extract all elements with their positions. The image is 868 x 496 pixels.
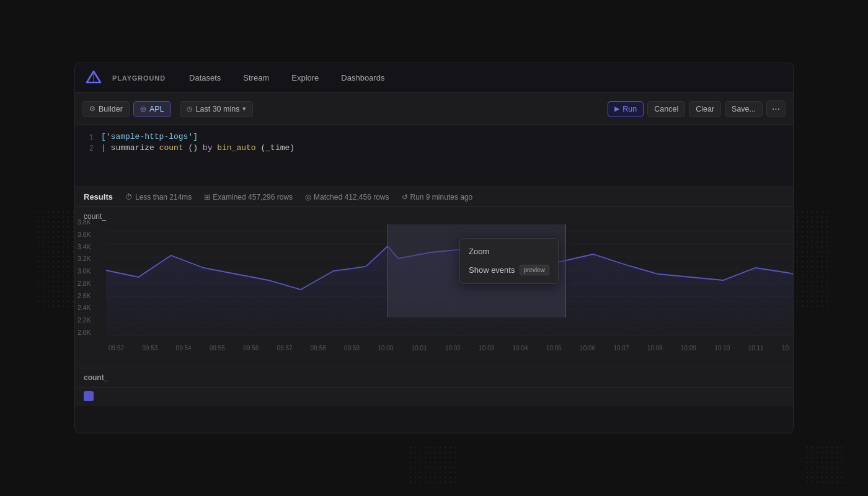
clear-button[interactable]: Clear: [689, 101, 721, 117]
y-label-9: 2.0K: [78, 329, 91, 336]
y-label-4: 3.0K: [78, 267, 91, 275]
zoom-menu-item[interactable]: Zoom: [460, 242, 558, 260]
y-label-2: 3.4K: [78, 243, 91, 250]
x-label-17: 10:09: [681, 345, 696, 352]
builder-icon: ⚙: [89, 105, 95, 113]
svg-rect-7: [806, 446, 843, 484]
apl-button[interactable]: ◎ APL: [133, 101, 171, 117]
chart-inner: 3.8K 3.6K 3.4K 3.2K 3.0K 2.8K 2.6K 2.4K …: [106, 212, 793, 355]
outer-background: PLAYGROUND Datasets Stream Explore Dashb…: [0, 0, 868, 496]
x-label-8: 10:00: [378, 345, 393, 352]
results-label: Results: [84, 192, 113, 202]
x-label-3: 09:55: [210, 345, 225, 352]
editor-line-2: 2 | summarize count () by bin_auto (_tim…: [75, 143, 793, 154]
table-data-row[interactable]: [75, 388, 793, 405]
line-number-2: 2: [75, 143, 94, 153]
x-label-13: 10:05: [546, 345, 562, 352]
save-button[interactable]: Save...: [725, 101, 763, 117]
y-label-1: 3.6K: [78, 231, 91, 238]
cancel-button[interactable]: Cancel: [647, 101, 685, 117]
run-button[interactable]: ▶ Run: [608, 101, 644, 117]
x-label-0: 09:52: [108, 345, 124, 352]
table-icon: ⊞: [204, 193, 210, 202]
table-header-row: count_: [75, 368, 793, 388]
chart-area: [106, 243, 793, 336]
x-label-19: 10:11: [748, 345, 764, 352]
x-axis-labels: 09:52 09:53 09:54 09:55 09:56 09:57 09:5…: [106, 345, 793, 352]
table-empty-area: [75, 405, 793, 433]
svg-rect-5: [409, 446, 459, 484]
check-icon: ◎: [305, 193, 311, 202]
y-label-6: 2.6K: [78, 292, 91, 299]
clock-icon: ◷: [187, 105, 193, 113]
results-examined-meta: ⊞ Examined 457,296 rows: [204, 193, 293, 202]
x-label-18: 10:10: [714, 345, 730, 352]
chart-line-svg: [106, 218, 793, 336]
axiom-logo[interactable]: [85, 69, 102, 87]
x-label-7: 09:59: [344, 345, 360, 352]
y-label-7: 2.4K: [78, 304, 91, 311]
x-label-16: 10:08: [647, 345, 663, 352]
x-label-5: 09:57: [277, 345, 292, 352]
x-label-20: 10:: [782, 345, 790, 352]
context-menu: Zoom Show events preview: [459, 238, 559, 284]
x-label-1: 09:53: [142, 345, 157, 352]
table-area: count_: [75, 368, 793, 433]
y-label-5: 2.8K: [78, 280, 91, 287]
nav-tab-stream[interactable]: Stream: [234, 69, 278, 86]
x-label-14: 10:06: [580, 345, 595, 352]
y-label-0: 3.8K: [78, 218, 91, 226]
playground-label: PLAYGROUND: [112, 74, 166, 82]
nav-tab-explore[interactable]: Explore: [283, 69, 327, 86]
show-events-menu-item[interactable]: Show events preview: [460, 260, 558, 280]
color-swatch: [84, 391, 94, 401]
dot-pattern-bottom-center: [409, 446, 459, 484]
editor-area[interactable]: 1 ['sample-http-logs'] 2 | summarize cou…: [75, 125, 793, 187]
main-container: PLAYGROUND Datasets Stream Explore Dashb…: [74, 63, 794, 433]
x-label-2: 09:54: [176, 345, 192, 352]
y-label-8: 2.2K: [78, 316, 91, 324]
chart-svg-wrapper: [106, 218, 793, 336]
table-col-count: count_: [84, 373, 108, 382]
x-label-4: 09:56: [243, 345, 259, 352]
x-label-12: 10:04: [513, 345, 528, 352]
x-label-11: 10:03: [479, 345, 494, 352]
line-number-1: 1: [75, 132, 94, 142]
preview-badge: preview: [520, 265, 549, 275]
x-label-9: 10:01: [412, 345, 427, 352]
line-content-2: | summarize count () by bin_auto (_time): [101, 143, 294, 153]
x-label-15: 10:07: [613, 345, 629, 352]
apl-icon: ◎: [140, 105, 146, 113]
nav-tab-dashboards[interactable]: Dashboards: [332, 69, 393, 86]
x-label-6: 09:58: [311, 345, 326, 352]
history-icon: ↺: [402, 193, 408, 202]
results-run-meta: ↺ Run 9 minutes ago: [402, 193, 473, 202]
nav-tab-datasets[interactable]: Datasets: [180, 69, 229, 86]
builder-button[interactable]: ⚙ Builder: [82, 101, 130, 117]
top-nav: PLAYGROUND Datasets Stream Explore Dashb…: [75, 63, 793, 93]
results-matched-meta: ◎ Matched 412,456 rows: [305, 193, 389, 202]
toolbar: ⚙ Builder ◎ APL ◷ Last 30 mins ▾ ▶ Run C…: [75, 93, 793, 125]
editor-line-1: 1 ['sample-http-logs']: [75, 131, 793, 143]
results-time-meta: ⏱ Less than 214ms: [125, 193, 192, 202]
more-options-button[interactable]: ⋯: [766, 100, 786, 117]
dot-pattern-bottom-right: [806, 446, 843, 484]
y-axis-labels: 3.8K 3.6K 3.4K 3.2K 3.0K 2.8K 2.6K 2.4K …: [78, 218, 91, 336]
chart-container[interactable]: count_ 3.8K 3.6K 3.4K 3.2K 3.0K 2.8K 2.6…: [75, 207, 793, 368]
line-content-1: ['sample-http-logs']: [101, 132, 198, 142]
timer-icon: ⏱: [125, 193, 133, 202]
run-icon: ▶: [614, 105, 619, 113]
chevron-down-icon: ▾: [242, 105, 246, 113]
more-icon: ⋯: [772, 104, 780, 113]
x-label-10: 10:02: [445, 345, 461, 352]
results-header: Results ⏱ Less than 214ms ⊞ Examined 457…: [75, 187, 793, 207]
time-range-button[interactable]: ◷ Last 30 mins ▾: [180, 101, 254, 117]
y-label-3: 3.2K: [78, 255, 91, 262]
